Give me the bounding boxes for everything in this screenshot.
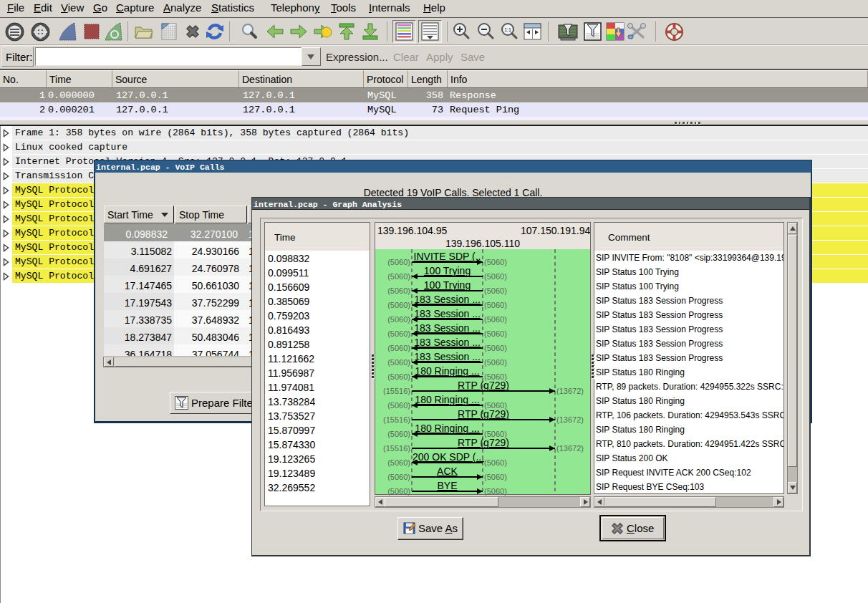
svg-text:1:1: 1:1 bbox=[504, 27, 511, 32]
